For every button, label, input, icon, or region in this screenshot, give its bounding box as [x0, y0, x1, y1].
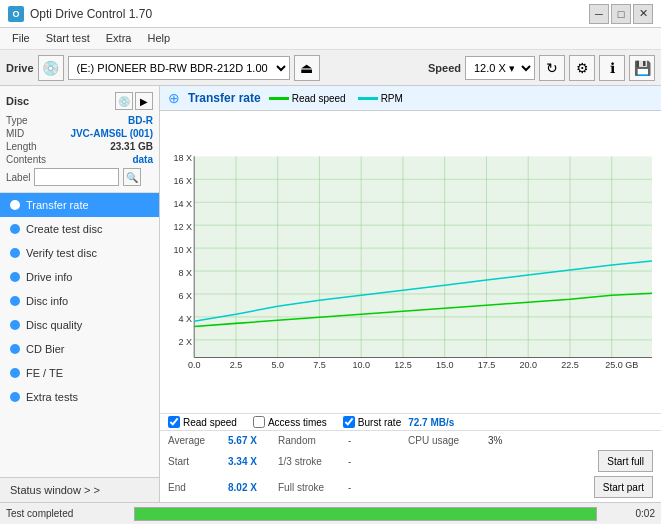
nav-item-disc-info[interactable]: Disc info	[0, 289, 159, 313]
full-stroke-value: -	[348, 482, 408, 493]
legend-rpm: RPM	[358, 93, 403, 104]
svg-text:7.5: 7.5	[313, 360, 326, 370]
nav-dot	[10, 248, 20, 258]
svg-text:10 X: 10 X	[174, 245, 193, 255]
x-axis-labels: 0.0 2.5 5.0 7.5 10.0 12.5 15.0 17.5 20.0…	[188, 360, 638, 370]
svg-text:2.5: 2.5	[230, 360, 243, 370]
average-value: 5.67 X	[228, 435, 278, 446]
disc-contents-row: Contents data	[6, 153, 153, 166]
menu-extra[interactable]: Extra	[98, 30, 140, 47]
svg-text:18 X: 18 X	[174, 153, 193, 163]
nav-item-fe-te[interactable]: FE / TE	[0, 361, 159, 385]
chart-title: Transfer rate	[188, 91, 261, 105]
svg-text:12.5: 12.5	[394, 360, 412, 370]
drive-dropdown[interactable]: (E:) PIONEER BD-RW BDR-212D 1.00	[68, 56, 290, 80]
disc-icon-1[interactable]: 💿	[115, 92, 133, 110]
status-bar: Test completed 0:02	[0, 502, 661, 524]
nav-dot	[10, 272, 20, 282]
legend-read-speed: Read speed	[269, 93, 346, 104]
save-button[interactable]: 💾	[629, 55, 655, 81]
random-label: Random	[278, 435, 348, 446]
svg-text:14 X: 14 X	[174, 199, 193, 209]
chart-container: 18 X 16 X 14 X 12 X 10 X 8 X 6 X 4 X 2 X…	[160, 111, 661, 413]
legend-rpm-label: RPM	[381, 93, 403, 104]
disc-icon-buttons: 💿 ▶	[115, 92, 153, 110]
nav-label-disc-info: Disc info	[26, 295, 68, 307]
nav-dot	[10, 368, 20, 378]
nav-label-disc-quality: Disc quality	[26, 319, 82, 331]
svg-text:4 X: 4 X	[179, 314, 193, 324]
speed-dropdown[interactable]: 12.0 X ▾	[465, 56, 535, 80]
end-value: 8.02 X	[228, 482, 278, 493]
settings-button[interactable]: ⚙	[569, 55, 595, 81]
nav-dot	[10, 392, 20, 402]
svg-text:5.0: 5.0	[271, 360, 284, 370]
nav-item-disc-quality[interactable]: Disc quality	[0, 313, 159, 337]
read-speed-checkbox-label: Read speed	[183, 417, 237, 428]
nav-item-cd-bier[interactable]: CD Bier	[0, 337, 159, 361]
nav-item-create-test-disc[interactable]: Create test disc	[0, 217, 159, 241]
nav-label-create-test-disc: Create test disc	[26, 223, 102, 235]
refresh-button[interactable]: ↻	[539, 55, 565, 81]
nav-items: Transfer rate Create test disc Verify te…	[0, 193, 159, 477]
status-window-label: Status window > >	[10, 484, 100, 496]
window-controls: ─ □ ✕	[589, 4, 653, 24]
title-bar: O Opti Drive Control 1.70 ─ □ ✕	[0, 0, 661, 28]
stats-row-end: End 8.02 X Full stroke - Start part	[168, 474, 653, 500]
start-value: 3.34 X	[228, 456, 278, 467]
progress-bar-container	[134, 507, 597, 521]
progress-bar-fill	[135, 508, 596, 520]
nav-item-transfer-rate[interactable]: Transfer rate	[0, 193, 159, 217]
menu-file[interactable]: File	[4, 30, 38, 47]
start-full-button[interactable]: Start full	[598, 450, 653, 472]
legend-rpm-color	[358, 97, 378, 100]
close-button[interactable]: ✕	[633, 4, 653, 24]
nav-dot	[10, 320, 20, 330]
svg-text:0.0: 0.0	[188, 360, 201, 370]
nav-item-extra-tests[interactable]: Extra tests	[0, 385, 159, 409]
burst-rate-checkbox-item: Burst rate 72.7 MB/s	[343, 416, 455, 428]
app-title: Opti Drive Control 1.70	[30, 7, 152, 21]
menu-help[interactable]: Help	[139, 30, 178, 47]
read-speed-checkbox[interactable]	[168, 416, 180, 428]
burst-rate-checkbox-label: Burst rate	[358, 417, 401, 428]
disc-icon-2[interactable]: ▶	[135, 92, 153, 110]
svg-text:2 X: 2 X	[179, 337, 193, 347]
drive-label: Drive	[6, 62, 34, 74]
burst-rate-checkbox[interactable]	[343, 416, 355, 428]
disc-section: Disc 💿 ▶ Type BD-R MID JVC-AMS6L (001) L…	[0, 86, 159, 193]
disc-label-input[interactable]	[34, 168, 119, 186]
start-part-button[interactable]: Start part	[594, 476, 653, 498]
stats-row-average: Average 5.67 X Random - CPU usage 3%	[168, 433, 653, 448]
label-icon-button[interactable]: 🔍	[123, 168, 141, 186]
chart-footer: Read speed Access times Burst rate 72.7 …	[160, 413, 661, 430]
title-bar-left: O Opti Drive Control 1.70	[8, 6, 152, 22]
disc-label-label: Label	[6, 172, 30, 183]
disc-type-value: BD-R	[128, 115, 153, 126]
maximize-button[interactable]: □	[611, 4, 631, 24]
drive-icon-button[interactable]: 💿	[38, 55, 64, 81]
info-button[interactable]: ℹ	[599, 55, 625, 81]
random-value: -	[348, 435, 408, 446]
access-times-checkbox[interactable]	[253, 416, 265, 428]
status-window-button[interactable]: Status window > >	[0, 477, 159, 502]
nav-label-transfer-rate: Transfer rate	[26, 199, 89, 211]
nav-item-drive-info[interactable]: Drive info	[0, 265, 159, 289]
chart-icon: ⊕	[168, 90, 180, 106]
nav-dot	[10, 224, 20, 234]
disc-mid-value: JVC-AMS6L (001)	[70, 128, 153, 139]
nav-item-verify-test-disc[interactable]: Verify test disc	[0, 241, 159, 265]
menu-bar: File Start test Extra Help	[0, 28, 661, 50]
drive-select-group: 💿 (E:) PIONEER BD-RW BDR-212D 1.00 ⏏	[38, 55, 416, 81]
app-icon: O	[8, 6, 24, 22]
svg-text:6 X: 6 X	[179, 291, 193, 301]
nav-label-fe-te: FE / TE	[26, 367, 63, 379]
full-stroke-label: Full stroke	[278, 482, 348, 493]
minimize-button[interactable]: ─	[589, 4, 609, 24]
end-label: End	[168, 482, 228, 493]
eject-button[interactable]: ⏏	[294, 55, 320, 81]
menu-start-test[interactable]: Start test	[38, 30, 98, 47]
svg-text:10.0: 10.0	[352, 360, 370, 370]
toolbar: Drive 💿 (E:) PIONEER BD-RW BDR-212D 1.00…	[0, 50, 661, 86]
access-times-checkbox-item: Access times	[253, 416, 327, 428]
